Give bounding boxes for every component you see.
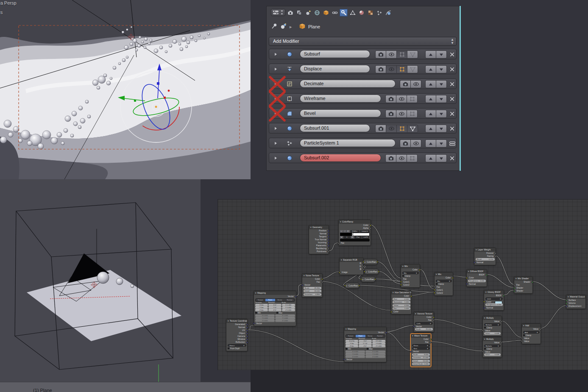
socket-out[interactable] bbox=[358, 285, 360, 286]
toggle-camera-button[interactable] bbox=[400, 139, 411, 147]
node-header[interactable]: ▾Separate RGB bbox=[340, 258, 363, 262]
tab-particles-icon[interactable] bbox=[375, 9, 383, 17]
socket-in[interactable] bbox=[434, 292, 435, 294]
socket-in[interactable] bbox=[360, 278, 362, 280]
socket-in[interactable] bbox=[400, 284, 402, 286]
node-noise-texture[interactable]: ▾Noise TextureColorFacVectorScale:26.300… bbox=[302, 273, 323, 297]
toggle-cage-button[interactable] bbox=[407, 65, 418, 73]
toggle-eye-button[interactable] bbox=[410, 139, 421, 147]
toggle-cage-button[interactable] bbox=[407, 50, 418, 58]
node-dropdown[interactable]: Cells▾ bbox=[414, 322, 434, 325]
node-mix-2[interactable]: ▾MixColorMix▾ClampFacColor1Color2 bbox=[434, 272, 453, 296]
modifier-name-field[interactable]: Decimate bbox=[300, 80, 396, 88]
node-checkbox[interactable]: Clamp bbox=[483, 348, 502, 350]
delete-modifier-icon[interactable] bbox=[449, 66, 456, 73]
node-header[interactable]: ▾Voronoi Texture bbox=[414, 312, 434, 316]
toggle-editmode-button[interactable] bbox=[407, 95, 418, 103]
delete-modifier-icon[interactable] bbox=[449, 155, 456, 162]
socket-out[interactable] bbox=[328, 242, 329, 244]
node-header[interactable]: ▾Multiply bbox=[483, 337, 502, 341]
socket-in[interactable] bbox=[566, 303, 567, 304]
socket-in[interactable] bbox=[566, 306, 567, 307]
move-down-button[interactable] bbox=[436, 110, 447, 118]
socket-in[interactable] bbox=[482, 330, 484, 331]
socket-out[interactable] bbox=[246, 330, 248, 331]
node-checkbox[interactable]: Clamp bbox=[401, 275, 420, 278]
node-number-field[interactable]: Value:0.008 bbox=[483, 332, 502, 335]
mesh-cube-icon[interactable] bbox=[299, 23, 306, 30]
socket-in[interactable] bbox=[400, 281, 402, 283]
modifier-name-field[interactable]: Bevel bbox=[300, 109, 381, 117]
delete-modifier-icon[interactable] bbox=[449, 110, 456, 117]
node-hue-saturation-value[interactable]: ▾Hue Saturation ValueColorHue:0.500Satur… bbox=[391, 290, 412, 314]
expand-icon[interactable] bbox=[273, 52, 278, 57]
node-number-field[interactable]: Detail:16.000 bbox=[411, 360, 431, 363]
node-header[interactable]: ▾Mapping bbox=[254, 291, 296, 295]
socket-out[interactable] bbox=[410, 295, 412, 297]
socket-in[interactable] bbox=[434, 289, 435, 291]
socket-out[interactable] bbox=[295, 296, 297, 297]
node-texture-coordinate[interactable]: ▾Texture CoordinateGeneratedNormalUVObje… bbox=[226, 319, 248, 351]
node-math-multiply-1[interactable]: ▾MultiplyValueMultiply▾ClampValueValue:0… bbox=[482, 316, 502, 336]
toggle-camera-button[interactable] bbox=[375, 65, 386, 73]
socket-in[interactable] bbox=[339, 272, 340, 273]
toggle-editmode-button[interactable] bbox=[396, 50, 407, 58]
modifier-name-field[interactable]: Subsurf bbox=[300, 50, 370, 58]
socket-out[interactable] bbox=[246, 333, 248, 334]
socket-out[interactable] bbox=[486, 274, 488, 276]
node-diffuse-bsdf[interactable]: ▾Diffuse BSDFBSDFColorRoughness:0.000Nor… bbox=[466, 269, 487, 287]
pin-icon[interactable] bbox=[271, 23, 278, 30]
node-dropdown[interactable]: Mix▾ bbox=[401, 272, 420, 275]
node-header[interactable]: ▾Multiply bbox=[483, 316, 502, 320]
toggle-eye-button[interactable] bbox=[386, 65, 397, 73]
toggle-eye-button[interactable] bbox=[386, 125, 397, 133]
move-up-button[interactable] bbox=[425, 80, 436, 88]
node-number-field[interactable]: Scale:26.300 bbox=[302, 287, 322, 290]
node-color-ramp[interactable]: ▾ColorRampColorAlpha+-FRGB ▾Linear ▾◂0▸P… bbox=[338, 220, 371, 246]
socket-out[interactable] bbox=[376, 261, 378, 263]
node-color-ramp-collapsed-4[interactable]: ▸ColorRam... bbox=[345, 283, 359, 289]
toggle-camera-button[interactable] bbox=[385, 154, 396, 162]
node-color-ramp-collapsed-3[interactable]: ▸ColorRam... bbox=[361, 276, 376, 282]
node-header[interactable]: ▾Glossy BSDF bbox=[484, 290, 504, 294]
socket-out[interactable] bbox=[501, 342, 502, 344]
tab-render-icon[interactable] bbox=[286, 9, 294, 17]
particle-menu-icon[interactable] bbox=[449, 140, 456, 147]
socket-in[interactable] bbox=[344, 285, 346, 286]
node-checkbox-pair[interactable]: MinMax bbox=[254, 311, 296, 314]
tab-scene-icon[interactable] bbox=[304, 9, 312, 17]
move-up-button[interactable] bbox=[425, 110, 436, 118]
node-mapping-2[interactable]: ▾MappingVectorTexturePointVectorNormalLo… bbox=[344, 327, 387, 362]
socket-in[interactable] bbox=[513, 284, 515, 286]
node-number-field[interactable]: Value:0.500 bbox=[391, 304, 411, 307]
node-editor[interactable]: ▾Texture CoordinateGeneratedNormalUVObje… bbox=[217, 199, 588, 370]
node-math-add[interactable]: ▾AddValueAdd▾ClampValueValue bbox=[521, 323, 541, 344]
move-up-button[interactable] bbox=[425, 95, 436, 103]
socket-out[interactable] bbox=[540, 328, 541, 330]
node-header[interactable]: ▸ColorRam... bbox=[361, 277, 375, 282]
node-layer-weight[interactable]: ▾Layer WeightFresnelFacingBlend:0.150Nor… bbox=[474, 247, 496, 265]
node-header[interactable]: ▾Material Output bbox=[566, 295, 585, 299]
socket-out[interactable] bbox=[370, 228, 371, 229]
modifier-name-field[interactable]: Subsurf.001 bbox=[300, 124, 370, 132]
add-modifier-dropdown[interactable]: Add Modifier ▲▼ bbox=[269, 37, 457, 46]
node-header[interactable]: ▾Diffuse BSDF bbox=[467, 270, 487, 273]
modifier-name-field[interactable]: ParticleSystem 1 bbox=[300, 139, 396, 147]
delete-modifier-icon[interactable] bbox=[449, 125, 456, 132]
node-header[interactable]: ▾Noise Texture bbox=[302, 274, 322, 278]
socket-in[interactable] bbox=[521, 340, 523, 342]
node-math-multiply-2[interactable]: ▾MultiplyValueMultiply▾ClampValueValue:0… bbox=[482, 337, 502, 358]
socket-in[interactable] bbox=[364, 271, 365, 272]
expand-icon[interactable] bbox=[273, 126, 278, 131]
node-separate-rgb[interactable]: ▾Separate RGBRGBImage bbox=[339, 258, 364, 275]
viewport-3d-render[interactable]: ra Persp rs bbox=[0, 0, 251, 179]
node-number-field[interactable]: Saturation:1.000 bbox=[391, 301, 411, 304]
delete-modifier-icon[interactable] bbox=[449, 95, 456, 103]
move-up-button[interactable] bbox=[425, 139, 436, 147]
node-dropdown[interactable]: Mix▾ bbox=[435, 280, 453, 283]
socket-out[interactable] bbox=[328, 251, 329, 253]
socket-out[interactable] bbox=[246, 339, 248, 340]
move-down-button[interactable] bbox=[436, 95, 447, 103]
node-mix-shader[interactable]: ▾Mix ShaderShaderFacShaderShader bbox=[514, 276, 533, 294]
toggle-cage-button[interactable] bbox=[407, 125, 418, 133]
